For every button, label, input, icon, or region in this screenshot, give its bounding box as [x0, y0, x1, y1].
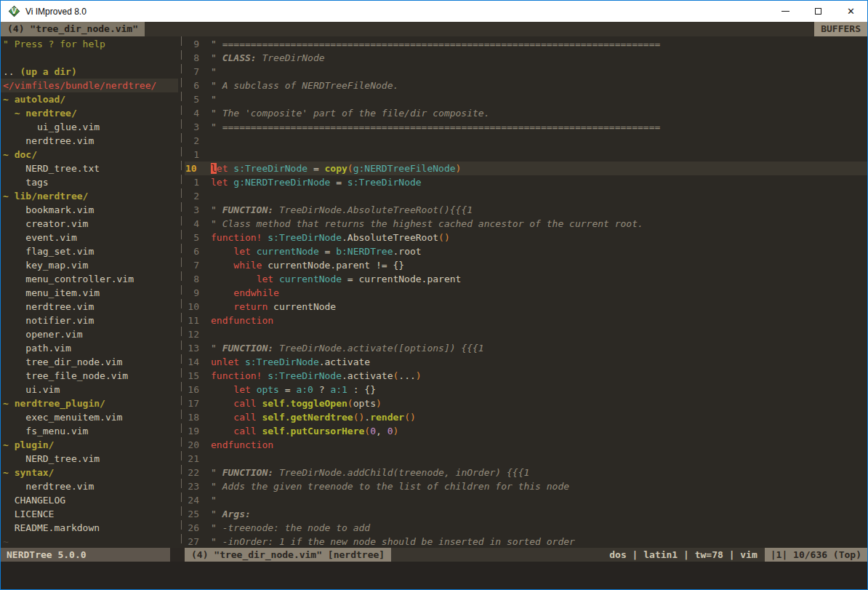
tree-item-ui_glue.vim[interactable]: ui_glue.vim [1, 120, 178, 134]
line-number: 21 [185, 452, 211, 466]
code-line[interactable]: 25" Args: [185, 507, 867, 521]
code-line[interactable]: 9 endwhile [185, 286, 867, 300]
code-line[interactable]: 4" Class method that returns the highest… [185, 217, 867, 231]
code-line[interactable]: 23" Adds the given treenode to the list … [185, 479, 867, 493]
line-number: 3 [185, 120, 211, 134]
code-line[interactable]: 7 while currentNode.parent != {} [185, 258, 867, 272]
tree-item-path.vim[interactable]: path.vim [1, 341, 178, 355]
code-line[interactable]: 11endfunction [185, 314, 867, 327]
code-text: while currentNode.parent != {} [211, 258, 404, 272]
tree-item-creator.vim[interactable]: creator.vim [1, 217, 178, 231]
tree-item-event.vim[interactable]: event.vim [1, 231, 178, 244]
code-line[interactable]: 9" =====================================… [185, 37, 867, 51]
minimize-button[interactable] [769, 1, 802, 22]
tree-item-nerdtree_plugin[interactable]: ~ nerdtree_plugin/ [1, 396, 178, 410]
tab-tree-dir-node[interactable]: (4) "tree_dir_node.vim" [1, 22, 145, 36]
tree-item-doc[interactable]: ~ doc/ [1, 148, 178, 162]
code-text: " [211, 65, 217, 79]
window-separator[interactable] [178, 36, 185, 548]
tree-item-autoload-nerdtree[interactable]: ~ nerdtree/ [1, 106, 178, 120]
tree-item-blank [1, 51, 178, 65]
code-text: let currentNode = b:NERDTree.root [211, 244, 422, 258]
tab-line: (4) "tree_dir_node.vim" BUFFERS [1, 22, 867, 36]
code-line[interactable]: 24" [185, 493, 867, 507]
code-line[interactable]: 6" A subclass of NERDTreeFileNode. [185, 79, 867, 92]
code-line[interactable]: 4" The 'composite' part of the file/dir … [185, 106, 867, 120]
tree-item-syntax-nerdtree.vim[interactable]: nerdtree.vim [1, 479, 178, 493]
tree-item-notifier.vim[interactable]: notifier.vim [1, 314, 178, 327]
code-text: " CLASS: TreeDirNode [211, 51, 325, 65]
code-line[interactable]: 13" FUNCTION: TreeDirNode.activate([opti… [185, 341, 867, 355]
code-line[interactable]: 12 [185, 327, 867, 341]
code-line-current[interactable]: 10let s:TreeDirNode = copy(g:NERDTreeFil… [185, 162, 867, 175]
tree-item-fs_menu.vim[interactable]: fs_menu.vim [1, 424, 178, 438]
code-text: let opts = a:0 ? a:1 : {} [211, 383, 376, 396]
command-line[interactable] [1, 562, 867, 589]
maximize-button[interactable] [802, 1, 835, 22]
code-line[interactable]: 18 call self.getNerdtree().render() [185, 410, 867, 424]
tree-item-up-a-dir[interactable]: .. (up a dir) [1, 65, 178, 79]
line-number: 15 [185, 369, 211, 383]
code-line[interactable]: 3" FUNCTION: TreeDirNode.AbsoluteTreeRoo… [185, 203, 867, 217]
code-line[interactable]: 1let g:NERDTreeDirNode = s:TreeDirNode [185, 175, 867, 189]
tree-item-bookmark.vim[interactable]: bookmark.vim [1, 203, 178, 217]
line-number: 2 [185, 134, 211, 148]
tree-item-syntax[interactable]: ~ syntax/ [1, 466, 178, 479]
code-line[interactable]: 7" [185, 65, 867, 79]
code-line[interactable]: 3" =====================================… [185, 120, 867, 134]
line-number: 10 [185, 300, 211, 314]
tree-item-tree_file_node.vim[interactable]: tree_file_node.vim [1, 369, 178, 383]
tree-item-ui.vim[interactable]: ui.vim [1, 383, 178, 396]
line-number: 3 [185, 203, 211, 217]
code-line[interactable]: 15function! s:TreeDirNode.activate(...) [185, 369, 867, 383]
code-line[interactable]: 16 let opts = a:0 ? a:1 : {} [185, 383, 867, 396]
close-button[interactable]: ✕ [835, 1, 867, 22]
tree-item-lib-nerdtree.vim[interactable]: nerdtree.vim [1, 300, 178, 314]
tree-item-autoload-nerdtree.vim[interactable]: nerdtree.vim [1, 134, 178, 148]
tree-item-lib-nerdtree[interactable]: ~ lib/nerdtree/ [1, 189, 178, 203]
code-line[interactable]: 8 let currentNode = currentNode.parent [185, 272, 867, 286]
tree-item-menu_item.vim[interactable]: menu_item.vim [1, 286, 178, 300]
code-line[interactable]: 27" -inOrder: 1 if the new node should b… [185, 535, 867, 549]
code-line[interactable]: 17 call self.toggleOpen(opts) [185, 396, 867, 410]
tree-item-exec_menuitem.vim[interactable]: exec_menuitem.vim [1, 410, 178, 424]
code-line[interactable]: 19 call self.putCursorHere(0, 0) [185, 424, 867, 438]
code-line[interactable]: 5function! s:TreeDirNode.AbsoluteTreeRoo… [185, 231, 867, 244]
code-line[interactable]: 8" CLASS: TreeDirNode [185, 51, 867, 65]
tree-item-key_map.vim[interactable]: key_map.vim [1, 258, 178, 272]
tree-item-autoload[interactable]: ~ autoload/ [1, 92, 178, 106]
tree-item-opener.vim[interactable]: opener.vim [1, 327, 178, 341]
code-line[interactable]: 5" [185, 92, 867, 106]
line-number: 26 [185, 521, 211, 535]
tree-item-README.markdown[interactable]: README.markdown [1, 521, 178, 535]
code-line[interactable]: 26" -treenode: the node to add [185, 521, 867, 535]
line-number: 1 [185, 148, 211, 162]
code-line[interactable]: 10 return currentNode [185, 300, 867, 314]
code-text: endfunction [211, 438, 273, 452]
tree-item-CHANGELOG[interactable]: CHANGELOG [1, 493, 178, 507]
line-number: 18 [185, 410, 211, 424]
code-text: " FUNCTION: TreeDirNode.AbsoluteTreeRoot… [211, 203, 473, 217]
code-line[interactable]: 22" FUNCTION: TreeDirNode.addChild(treen… [185, 466, 867, 479]
tree-item-tree_dir_node.vim[interactable]: tree_dir_node.vim [1, 355, 178, 369]
tree-item-NERD_tree.txt[interactable]: NERD_tree.txt [1, 162, 178, 175]
tabline-fill [145, 22, 814, 36]
code-line[interactable]: 20endfunction [185, 438, 867, 452]
code-text: call self.toggleOpen(opts) [211, 396, 382, 410]
status-line: NERDTree 5.0.0 (4) "tree_dir_node.vim" [… [1, 548, 867, 562]
window-title: Vi IMproved 8.0 [25, 7, 87, 17]
code-line[interactable]: 6 let currentNode = b:NERDTree.root [185, 244, 867, 258]
tree-item-NERD_tree.vim[interactable]: NERD_tree.vim [1, 452, 178, 466]
tree-item-plugin[interactable]: ~ plugin/ [1, 438, 178, 452]
tree-item-LICENCE[interactable]: LICENCE [1, 507, 178, 521]
tree-item-root-path[interactable]: </vimfiles/bundle/nerdtree/ [1, 79, 178, 92]
code-line[interactable]: 21 [185, 452, 867, 466]
code-line[interactable]: 1 [185, 148, 867, 162]
tree-item-tags[interactable]: tags [1, 175, 178, 189]
code-line[interactable]: 2 [185, 134, 867, 148]
tree-item-menu_controller.vim[interactable]: menu_controller.vim [1, 272, 178, 286]
code-line[interactable]: 2 [185, 189, 867, 203]
tree-item-flag_set.vim[interactable]: flag_set.vim [1, 244, 178, 258]
code-line[interactable]: 14unlet s:TreeDirNode.activate [185, 355, 867, 369]
code-text: " [211, 493, 217, 507]
